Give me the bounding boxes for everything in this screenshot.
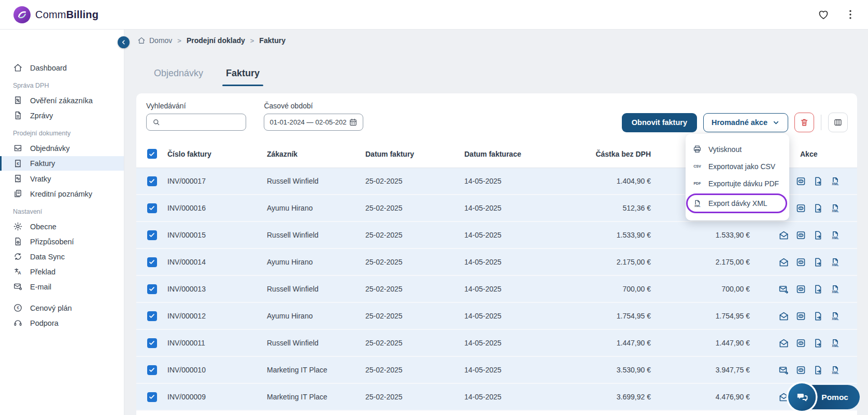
row-checkbox[interactable] [147,230,157,240]
delete-button[interactable] [794,113,814,132]
sidebar-item-objednavky[interactable]: Objednávky [0,141,124,155]
bulk-actions-button[interactable]: Hromadné akce [703,113,788,132]
sidebar-item-e-mail[interactable]: E-mail [0,280,124,294]
select-all-checkbox[interactable] [147,149,157,159]
menu-item-csv[interactable]: CSVExportovat jako CSV [686,158,789,175]
sidebar-item-prizpusobeni[interactable]: Přizpůsobení [0,234,124,248]
pdf-icon: PDF [692,178,702,188]
table-row[interactable]: INV/000013 Russell Winfield 25-02-2025 1… [136,276,857,303]
table-row[interactable]: INV/000015 Russell Winfield 25-02-2025 1… [136,222,857,249]
cell-billing-date: 14-05-2025 [464,285,561,293]
export-document-icon[interactable] [813,230,823,241]
email-open-icon[interactable] [778,230,789,241]
export-xml-icon[interactable]: XML [830,311,841,322]
table-row[interactable]: INV/000009 Marketing IT Place 25-02-2025… [136,384,857,411]
filter-bar: Vyhledávání Časové období 01-01-2024 — 0… [136,93,857,140]
refresh-invoices-button[interactable]: Obnovit faktury [622,113,697,132]
preview-icon[interactable] [795,365,806,376]
email-open-icon[interactable] [778,392,789,403]
columns-button[interactable] [828,113,848,132]
cell-billing-date: 14-05-2025 [464,339,561,347]
search-label: Vyhledávání [146,102,246,110]
row-checkbox[interactable] [147,338,157,348]
export-document-icon[interactable] [813,311,823,322]
export-document-icon[interactable] [813,203,823,214]
breadcrumb-item[interactable]: Domov [137,36,172,45]
row-checkbox[interactable] [147,311,157,321]
tab-faktury[interactable]: Faktury [222,68,263,86]
sidebar-item-podpora[interactable]: Podpora [0,316,124,330]
export-document-icon[interactable] [813,338,823,349]
email-open-icon[interactable] [778,257,789,268]
preview-icon[interactable] [795,203,806,214]
cell-amount-excl-vat: 2.175,00 € [561,258,652,266]
svg-text:XML: XML [832,343,838,347]
breadcrumb-item[interactable]: Prodejní doklady [187,36,245,45]
email-open-icon[interactable] [778,338,789,349]
svg-text:XML: XML [694,204,701,208]
cell-customer: Russell Winfield [267,285,365,293]
sidebar-item-obecne[interactable]: Obecne [0,219,124,233]
kebab-menu-icon[interactable] [844,8,857,21]
sidebar-item-dashboard[interactable]: Dashboard [0,61,124,75]
row-checkbox[interactable] [147,203,157,213]
preview-icon[interactable] [795,338,806,349]
sidebar-item-label: Data Sync [30,253,65,261]
sidebar-item-data-sync[interactable]: Data Sync [0,250,124,264]
sidebar-collapse-button[interactable] [118,36,130,48]
preview-icon[interactable] [795,230,806,241]
row-checkbox[interactable] [147,176,157,186]
cell-total: 1.447,90 € [652,339,751,347]
sidebar-item-kreditni-poznamky[interactable]: Kreditní poznámky [0,187,124,201]
row-checkbox[interactable] [147,284,157,294]
send-email-icon[interactable] [778,365,789,376]
export-xml-icon[interactable]: XML [830,284,841,295]
table-row[interactable]: INV/000010 Marketing IT Place 25-02-2025… [136,357,857,384]
tab-objednavky[interactable]: Objednávky [150,68,207,86]
sidebar-item-overeni-zakaznika[interactable]: Ověření zákazníka [0,93,124,107]
sidebar-item-faktury[interactable]: €Faktury [0,156,124,171]
row-checkbox[interactable] [147,392,157,402]
help-label: Pomoc [821,393,848,402]
table-row[interactable]: INV/000014 Ayumu Hirano 25-02-2025 14-05… [136,249,857,276]
export-document-icon[interactable] [813,176,823,187]
send-email-icon[interactable] [778,284,789,295]
export-xml-icon[interactable]: XML [830,176,841,187]
search-input[interactable] [165,118,237,126]
export-xml-icon[interactable]: XML [830,203,841,214]
row-checkbox[interactable] [147,365,157,375]
cell-invoice-number: INV/000009 [167,393,267,401]
menu-item-xml[interactable]: XMLExport dávky XML [686,193,787,213]
row-checkbox[interactable] [147,257,157,267]
email-open-icon[interactable] [778,311,789,322]
sidebar-item-label: Zprávy [30,112,53,120]
preview-icon[interactable] [795,311,806,322]
sidebar-item-cenovy-plan[interactable]: €Cenový plán [0,301,124,315]
table-row[interactable]: INV/000011 Russell Winfield 25-02-2025 1… [136,330,857,357]
sidebar-item-preklad[interactable]: APřeklad [0,265,124,279]
date-range-input[interactable]: 01-01-2024 — 02-05-202 [264,114,363,131]
export-document-icon[interactable] [813,257,823,268]
export-xml-icon[interactable]: XML [830,230,841,241]
sidebar-item-zpravy[interactable]: Zprávy [0,108,124,122]
export-xml-icon[interactable]: XML [830,257,841,268]
export-document-icon[interactable] [813,284,823,295]
preview-icon[interactable] [795,176,806,187]
export-document-icon[interactable] [813,365,823,376]
menu-item-label: Exportovat jako CSV [708,162,775,171]
xml-icon: XML [692,199,702,209]
export-xml-icon[interactable]: XML [830,338,841,349]
preview-icon[interactable] [795,257,806,268]
menu-item-pdf[interactable]: PDFExportujte dávku PDF [686,175,789,192]
cell-amount-excl-vat: 3.530,90 € [561,366,652,374]
svg-text:PDF: PDF [693,182,701,186]
help-button[interactable]: Pomoc [791,385,860,409]
sidebar-item-vratky[interactable]: Vratky [0,172,124,186]
export-xml-icon[interactable]: XML [830,365,841,376]
preview-icon[interactable] [795,284,806,295]
cell-billing-date: 14-05-2025 [464,204,561,212]
breadcrumb-item[interactable]: Faktury [259,36,286,45]
table-row[interactable]: INV/000012 Ayumu Hirano 25-02-2025 14-05… [136,303,857,330]
menu-item-printer[interactable]: Vytisknout [686,141,789,158]
heart-icon[interactable] [817,8,830,21]
